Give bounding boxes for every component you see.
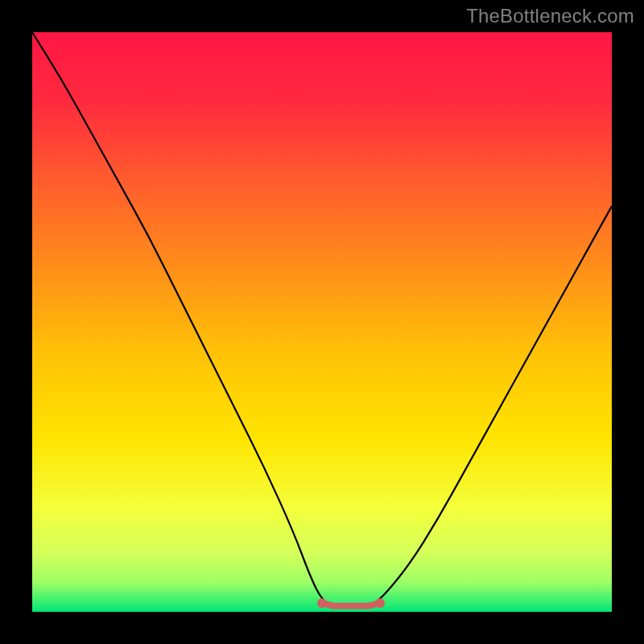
chart-frame: TheBottleneck.com	[0, 0, 644, 644]
plot-area	[32, 32, 612, 612]
bottleneck-curve	[32, 32, 612, 612]
watermark-text: TheBottleneck.com	[466, 5, 634, 27]
